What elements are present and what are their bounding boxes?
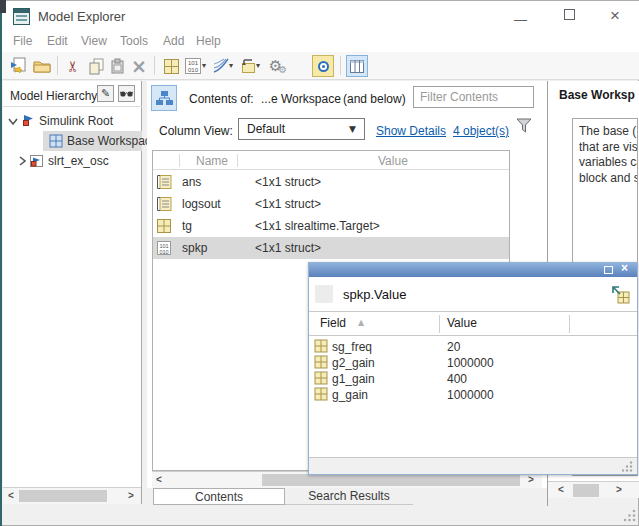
binary-101-icon: 101010 — [156, 240, 172, 256]
tree-item-simulink-root[interactable]: Simulink Root — [3, 111, 142, 131]
model-icon — [29, 154, 44, 168]
delete-button[interactable]: × — [128, 55, 150, 77]
contents-scope-suffix: (and below) — [343, 92, 406, 106]
popup-maximize-button[interactable] — [604, 266, 613, 274]
binary-101-icon: 101010 — [184, 57, 202, 75]
show-details-link[interactable]: Show Details — [376, 124, 446, 138]
signal-dropdown-arrow[interactable]: ▾ — [229, 61, 233, 70]
tree-item-slrt-ex-osc[interactable]: slrt_ex_osc — [3, 151, 142, 171]
row-value: <1x1 struct> — [255, 237, 321, 259]
columns-icon — [349, 59, 365, 74]
edit-hierarchy-button[interactable]: ✎ — [97, 85, 114, 102]
tab-search-results[interactable]: Search Results — [285, 488, 413, 505]
grid-icon — [163, 58, 180, 75]
open-button[interactable] — [31, 55, 53, 77]
tree-item-base-workspace[interactable]: Base Workspace — [43, 131, 142, 151]
scroll-left-arrow[interactable]: < — [156, 474, 162, 486]
engine-gears-button[interactable]: ⚙⚙ — [265, 55, 291, 77]
menu-edit[interactable]: Edit — [47, 34, 68, 48]
target-options-button[interactable] — [312, 55, 334, 77]
scrollbar-thumb[interactable] — [19, 490, 107, 502]
description-line: variables ca — [579, 155, 637, 171]
menu-tools[interactable]: Tools — [120, 34, 148, 48]
contents-scope-text: ...e Workspace — [261, 92, 341, 106]
delete-x-icon: × — [131, 55, 147, 77]
show-dialog-columns-button[interactable] — [346, 55, 368, 77]
grid-icon — [156, 218, 172, 234]
value-column-header[interactable]: Value — [447, 316, 477, 330]
minimize-button[interactable]: — — [514, 12, 527, 27]
menu-file[interactable]: File — [13, 34, 32, 48]
popup-row-g2-gain[interactable]: g2_gain 1000000 — [309, 354, 637, 370]
copy-button[interactable] — [85, 55, 107, 77]
close-button[interactable]: × — [610, 6, 620, 26]
table-row-logsout[interactable]: logsout <1x1 struct> — [153, 193, 509, 215]
popup-row-g-gain[interactable]: g_gain 1000000 — [309, 386, 637, 402]
table-row-tg[interactable]: tg <1x1 slrealtime.Target> — [153, 215, 509, 237]
cut-scissors-icon: ✂ — [64, 60, 82, 73]
table-row-spkp[interactable]: 101010 spkp <1x1 struct> — [153, 237, 509, 259]
signal-curves-icon — [212, 57, 230, 75]
new-model-button[interactable] — [7, 55, 29, 77]
spkp-value-popup: × spkp.Value Field ▲ Value sg_freq 20 g2… — [308, 262, 638, 475]
parameter-binary-button[interactable]: 101010 — [182, 55, 204, 77]
paste-clipboard-icon — [109, 58, 126, 75]
window-resize-grip[interactable] — [623, 509, 636, 522]
paste-button[interactable] — [106, 55, 128, 77]
object-count-link[interactable]: 4 object(s) — [453, 124, 509, 138]
panel-divider — [3, 106, 142, 107]
subsystem-dropdown-arrow[interactable]: ▾ — [256, 61, 260, 70]
row-name: tg — [182, 215, 192, 237]
popup-row-sg-freq[interactable]: sg_freq 20 — [309, 338, 637, 354]
column-view-dropdown[interactable]: Default ▼ — [238, 118, 365, 140]
menu-view[interactable]: View — [81, 34, 107, 48]
popup-title-bar[interactable]: × — [309, 263, 637, 277]
color-swatch — [315, 285, 333, 303]
scroll-left-arrow[interactable]: < — [8, 490, 14, 502]
resize-grip[interactable] — [622, 461, 633, 472]
scrollbar-thumb[interactable] — [262, 474, 520, 486]
dropdown-arrow-icon: ▼ — [349, 124, 356, 134]
hierarchy-panel-title: Model Hierarchy — [10, 89, 97, 103]
svg-text:010: 010 — [160, 249, 169, 255]
tab-label: Search Results — [308, 489, 389, 503]
background-window-fragment — [0, 0, 6, 13]
menu-help[interactable]: Help — [196, 34, 221, 48]
tab-contents[interactable]: Contents — [153, 488, 285, 505]
value-column-header[interactable]: Value — [378, 154, 408, 168]
grid-icon — [314, 387, 328, 401]
workspace-grid-icon — [49, 134, 63, 148]
column-view-label: Column View: — [159, 124, 233, 138]
name-column-header[interactable]: Name — [196, 154, 228, 168]
parameter-dropdown-arrow[interactable]: ▾ — [202, 61, 206, 70]
open-in-editor-icon[interactable] — [610, 284, 630, 304]
small-gear-icon: ⚙ — [278, 64, 287, 75]
scroll-right-arrow[interactable]: > — [528, 474, 534, 486]
popup-close-button[interactable]: × — [621, 261, 628, 275]
tree-item-label: Simulink Root — [39, 111, 113, 131]
scroll-left-arrow[interactable]: < — [558, 484, 564, 496]
workspace-grid-button[interactable] — [160, 55, 182, 77]
filter-contents-input[interactable] — [413, 86, 534, 108]
contents-scope-button[interactable] — [151, 85, 177, 111]
filter-funnel-icon[interactable] — [515, 117, 533, 134]
cut-button[interactable]: ✂ — [62, 55, 84, 77]
view-options-button[interactable] — [118, 85, 135, 102]
table-row-ans[interactable]: ans <1x1 struct> — [153, 171, 509, 193]
scroll-right-arrow[interactable]: > — [616, 484, 622, 496]
chevron-down-icon[interactable] — [8, 117, 18, 126]
scroll-right-arrow[interactable]: > — [128, 490, 134, 502]
dialog-h-scrollbar[interactable]: < > — [548, 481, 639, 498]
toolbar-separator — [154, 56, 155, 75]
field-name: sg_freq — [332, 339, 372, 355]
popup-header: spkp.Value — [309, 277, 637, 312]
maximize-button[interactable] — [564, 9, 575, 20]
popup-row-g1-gain[interactable]: g1_gain 400 — [309, 370, 637, 386]
menu-add[interactable]: Add — [163, 34, 184, 48]
row-name: spkp — [182, 237, 207, 259]
hierarchy-h-scrollbar[interactable]: < > — [3, 487, 141, 504]
description-line: block and s — [579, 171, 637, 187]
chevron-right-icon[interactable] — [18, 156, 26, 166]
scrollbar-thumb[interactable] — [573, 484, 599, 497]
field-column-header[interactable]: Field — [320, 316, 346, 330]
